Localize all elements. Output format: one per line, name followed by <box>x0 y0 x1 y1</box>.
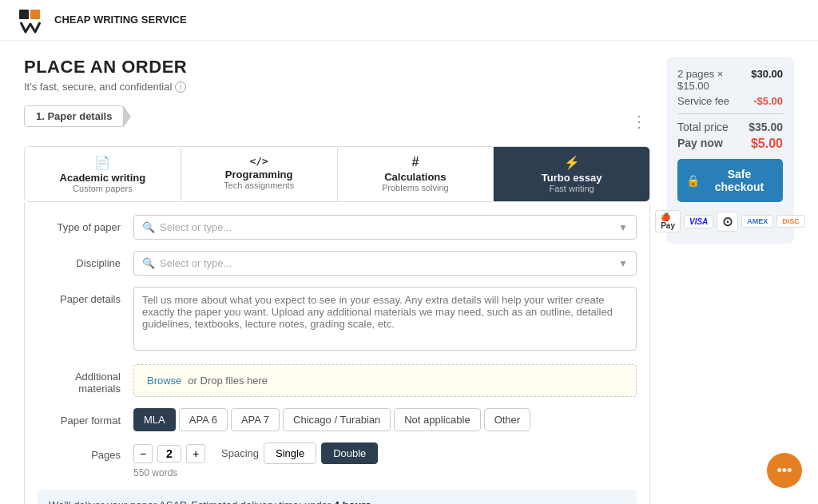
form-section: PLACE AN ORDER It's fast, secure, and co… <box>24 57 650 504</box>
delivery-time: 4 hours <box>334 499 371 504</box>
paper-details-row: Paper details <box>38 287 637 353</box>
checkout-button[interactable]: 🔒 Safe checkout <box>677 159 783 202</box>
academic-icon: 📄 <box>31 155 174 170</box>
tab-academic-sub: Custom papers <box>31 184 174 193</box>
type-of-paper-placeholder: Select or type... <box>160 221 614 233</box>
drop-label: or Drop files here <box>188 375 268 387</box>
type-of-paper-field[interactable]: 🔍 Select or type... ▼ <box>133 215 637 240</box>
pages-row: Pages − 2 + Spacing Single Double <box>38 442 637 478</box>
svg-rect-0 <box>19 10 29 19</box>
total-row: Total price $35.00 <box>677 121 783 133</box>
visa-icon: VISA <box>684 215 713 228</box>
discipline-placeholder: Select or type... <box>160 257 614 269</box>
spacing-row: Spacing Single Double <box>221 442 378 464</box>
pay-now-row: Pay now $5.00 <box>677 137 783 151</box>
pages-input[interactable]: 2 <box>157 445 181 462</box>
spacing-label: Spacing <box>221 447 259 459</box>
pages-spacing-row: − 2 + Spacing Single Double <box>133 442 637 464</box>
upload-area[interactable]: Browse or Drop files here <box>133 364 637 397</box>
chat-icon: ••• <box>777 462 792 479</box>
service-fee-row: Service fee -$5.00 <box>677 95 783 107</box>
discipline-select[interactable]: 🔍 Select or type... ▼ <box>133 251 637 276</box>
type-of-paper-label: Type of paper <box>38 215 133 233</box>
calculations-icon: # <box>344 155 487 169</box>
format-buttons: MLA APA 6 APA 7 Chicago / Turabian Not a… <box>133 408 637 431</box>
spacing-double[interactable]: Double <box>321 442 378 464</box>
header: CHEAP WRITING SERVICE <box>0 0 818 41</box>
pages-calc-amount: $30.00 <box>751 68 783 92</box>
tab-programming-sub: Tech assignments <box>188 181 331 190</box>
mastercard-icon: ⊙ <box>717 212 738 232</box>
applepay-icon: 🍎Pay <box>655 210 681 232</box>
format-apa7[interactable]: APA 7 <box>231 408 280 431</box>
step1-label: 1. Paper details <box>24 105 124 127</box>
format-apa6[interactable]: APA 6 <box>179 408 228 431</box>
browse-button[interactable]: Browse <box>147 375 181 387</box>
total-amount: $35.00 <box>749 121 783 133</box>
service-fee-label: Service fee <box>677 95 729 107</box>
paper-details-field[interactable] <box>133 287 637 353</box>
svg-rect-1 <box>30 10 40 19</box>
paper-format-field: MLA APA 6 APA 7 Chicago / Turabian Not a… <box>133 408 637 431</box>
tab-calculations-sub: Problems solving <box>344 183 487 192</box>
tab-academic[interactable]: 📄 Academic writing Custom papers <box>25 147 181 201</box>
logo-icon <box>19 10 48 30</box>
tab-programming[interactable]: </> Programming Tech assignments <box>181 147 338 201</box>
paper-details-textarea[interactable] <box>133 287 637 351</box>
pay-now-amount: $5.00 <box>751 137 783 151</box>
service-fee-amount: -$5.00 <box>753 95 783 107</box>
tab-turbo-title: Turbo essay <box>500 172 643 184</box>
turbo-icon: ⚡ <box>500 155 643 170</box>
amex-icon: AMEX <box>741 215 773 228</box>
delivery-notice: We'll deliver your paper ASAP. Estimated… <box>38 490 637 504</box>
tab-turbo[interactable]: ⚡ Turbo essay Fast writing <box>494 147 649 201</box>
discipline-row: Discipline 🔍 Select or type... ▼ <box>38 251 637 276</box>
pages-calc-label: 2 pages × $15.00 <box>677 68 751 92</box>
chat-button[interactable]: ••• <box>767 453 802 488</box>
discipline-field[interactable]: 🔍 Select or type... ▼ <box>133 251 637 276</box>
payment-icons: 🍎Pay VISA ⊙ AMEX DISC <box>677 210 783 232</box>
words-count: 550 words <box>133 467 637 478</box>
format-other[interactable]: Other <box>484 408 531 431</box>
logo: CHEAP WRITING SERVICE <box>19 10 187 30</box>
type-of-paper-select[interactable]: 🔍 Select or type... ▼ <box>133 215 637 240</box>
paper-format-row: Paper format MLA APA 6 APA 7 Chicago / T… <box>38 408 637 431</box>
format-not-applicable[interactable]: Not applicable <box>394 408 480 431</box>
service-tabs: 📄 Academic writing Custom papers </> Pro… <box>24 146 650 202</box>
logo-text: CHEAP WRITING SERVICE <box>54 14 187 27</box>
checkout-label: Safe checkout <box>705 168 774 193</box>
page-title: PLACE AN ORDER <box>24 57 650 77</box>
page-subtitle: It's fast, secure, and confidential i <box>24 81 650 93</box>
pages-increase-button[interactable]: + <box>186 444 205 463</box>
pages-field: − 2 + Spacing Single Double 550 words <box>133 442 637 478</box>
programming-icon: </> <box>188 155 331 167</box>
paper-details-label: Paper details <box>38 287 133 305</box>
discipline-arrow: ▼ <box>618 258 628 269</box>
pages-label: Pages <box>38 442 133 461</box>
tab-calculations[interactable]: # Calculations Problems solving <box>338 147 494 201</box>
additional-materials-row: Additional materials Browse or Drop file… <box>38 364 637 397</box>
tab-programming-title: Programming <box>188 169 331 181</box>
additional-materials-field: Browse or Drop files here <box>133 364 637 397</box>
format-chicago[interactable]: Chicago / Turabian <box>283 408 391 431</box>
pay-now-label: Pay now <box>677 137 723 151</box>
total-label: Total price <box>677 121 729 133</box>
type-of-paper-arrow: ▼ <box>618 222 628 233</box>
pricing-divider <box>677 113 783 114</box>
page-counter: − 2 + <box>133 444 205 463</box>
spacing-single[interactable]: Single <box>264 442 316 464</box>
format-mla[interactable]: MLA <box>133 408 176 431</box>
form-content: Type of paper 🔍 Select or type... ▼ Disc… <box>24 202 650 504</box>
additional-materials-label: Additional materials <box>38 364 133 395</box>
pricing-card: 2 pages × $15.00 $30.00 Service fee -$5.… <box>666 57 794 244</box>
info-icon[interactable]: i <box>175 81 186 93</box>
sidebar: 2 pages × $15.00 $30.00 Service fee -$5.… <box>666 57 794 504</box>
discipline-label: Discipline <box>38 251 133 269</box>
tab-academic-title: Academic writing <box>31 172 174 184</box>
tab-turbo-sub: Fast writing <box>500 184 643 193</box>
tab-calculations-title: Calculations <box>344 171 487 183</box>
pages-decrease-button[interactable]: − <box>133 444 153 463</box>
pages-calc-row: 2 pages × $15.00 $30.00 <box>677 68 783 92</box>
more-menu-icon[interactable]: ⋮ <box>631 112 647 131</box>
discover-icon: DISC <box>776 215 805 228</box>
